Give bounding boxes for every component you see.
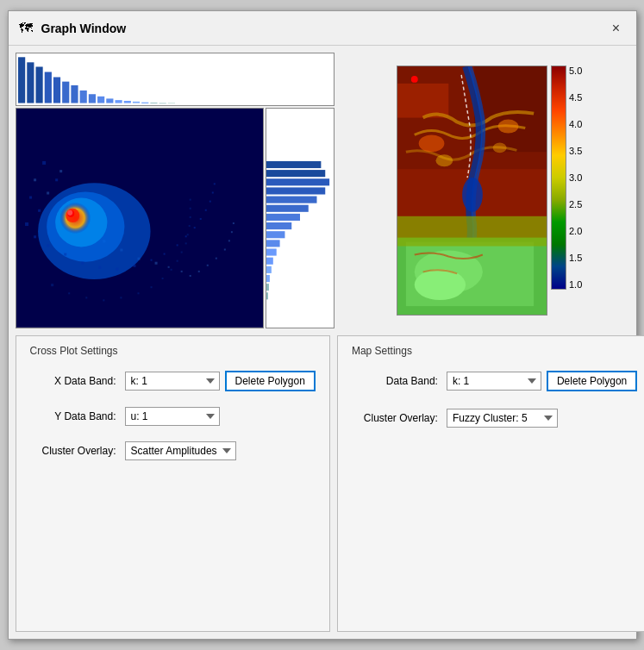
colorbar-label-4: 4.0 [569, 119, 582, 129]
svg-rect-37 [232, 222, 234, 224]
title-bar-left: 🗺 Graph Window [17, 20, 127, 37]
svg-rect-53 [81, 262, 84, 265]
cross-plot-main[interactable] [16, 108, 264, 328]
svg-rect-97 [266, 275, 270, 282]
close-button[interactable]: × [605, 17, 628, 40]
svg-rect-64 [209, 201, 210, 203]
svg-rect-13 [132, 102, 139, 103]
svg-rect-91 [266, 222, 291, 229]
colorbar-label-1: 1.0 [569, 279, 582, 290]
colorbar-label-5: 5.0 [569, 66, 582, 76]
map-cluster-overlay-row: Cluster Overlay: Fuzzy Cluster: 5 Scatte… [352, 409, 637, 428]
content-area: 5.0 4.5 4.0 3.5 3.0 2.5 2.0 1.5 1.0 [9, 46, 636, 639]
cross-plot-bottom-row [16, 108, 335, 328]
map-delete-polygon-button[interactable]: Delete Polygon [547, 371, 637, 391]
cluster-overlay-select[interactable]: Scatter Amplitudes Fuzzy Cluster: 5 [125, 441, 236, 460]
app-icon: 🗺 [17, 20, 34, 37]
svg-rect-50 [34, 235, 36, 238]
title-bar: 🗺 Graph Window × [9, 11, 636, 46]
svg-rect-67 [51, 284, 53, 286]
svg-rect-82 [189, 208, 191, 209]
svg-point-108 [415, 269, 466, 300]
svg-point-44 [67, 210, 72, 216]
svg-rect-93 [266, 240, 280, 247]
x-data-band-select[interactable]: k: 1 [125, 372, 220, 391]
svg-rect-109 [397, 216, 547, 247]
svg-rect-28 [167, 266, 169, 268]
svg-rect-72 [137, 292, 139, 294]
svg-rect-34 [223, 249, 225, 251]
svg-rect-79 [186, 234, 188, 235]
svg-point-111 [498, 120, 519, 134]
map-cluster-overlay-label: Cluster Overlay: [352, 412, 438, 424]
svg-rect-65 [211, 192, 213, 194]
svg-rect-85 [266, 170, 325, 177]
svg-rect-95 [266, 258, 273, 265]
colorbar-label-15: 1.5 [569, 253, 582, 263]
svg-rect-63 [204, 209, 206, 211]
svg-rect-55 [116, 268, 118, 271]
svg-point-113 [493, 142, 507, 153]
svg-rect-59 [176, 245, 178, 247]
svg-rect-71 [120, 297, 122, 298]
svg-rect-58 [163, 253, 165, 255]
svg-rect-66 [213, 183, 215, 184]
svg-rect-88 [266, 197, 317, 203]
svg-rect-70 [103, 300, 104, 302]
map-plot-container: 5.0 4.5 4.0 3.5 3.0 2.5 2.0 1.5 1.0 [345, 53, 629, 328]
colorbar: 5.0 4.5 4.0 3.5 3.0 2.5 2.0 1.5 1.0 [551, 66, 577, 316]
y-data-band-select[interactable]: u: 1 [125, 407, 220, 426]
svg-rect-6 [71, 85, 78, 103]
svg-rect-73 [150, 286, 152, 288]
svg-rect-83 [189, 199, 191, 201]
svg-rect-30 [189, 275, 191, 277]
x-data-band-control: k: 1 Delete Polygon [125, 371, 316, 391]
svg-rect-62 [199, 218, 201, 220]
svg-rect-17 [167, 103, 174, 104]
cross-plot-settings-panel: Cross Plot Settings X Data Band: k: 1 De… [16, 335, 330, 632]
svg-rect-33 [215, 258, 216, 259]
svg-rect-32 [206, 265, 208, 266]
svg-rect-99 [266, 292, 268, 299]
svg-rect-84 [266, 161, 321, 168]
svg-rect-89 [266, 205, 309, 212]
svg-rect-96 [266, 266, 272, 273]
svg-rect-75 [170, 269, 172, 271]
map-data-band-control: k: 1 Delete Polygon [447, 371, 637, 391]
y-data-band-label: Y Data Band: [30, 410, 116, 422]
svg-rect-52 [64, 253, 66, 256]
svg-rect-29 [180, 271, 182, 272]
map-data-band-row: Data Band: k: 1 Delete Polygon [352, 371, 637, 391]
x-delete-polygon-button[interactable]: Delete Polygon [225, 371, 316, 391]
svg-rect-69 [85, 297, 87, 298]
map-settings-title: Map Settings [352, 345, 637, 357]
cross-plot-settings-title: Cross Plot Settings [30, 345, 316, 357]
svg-rect-57 [150, 259, 152, 261]
svg-rect-80 [188, 225, 190, 227]
map-data-band-select[interactable]: k: 1 [447, 372, 541, 391]
svg-rect-16 [159, 103, 166, 104]
svg-rect-51 [47, 245, 49, 247]
svg-rect-86 [266, 178, 329, 185]
svg-rect-31 [197, 271, 199, 272]
cluster-overlay-row: Cluster Overlay: Scatter Amplitudes Fuzz… [30, 441, 316, 460]
svg-rect-35 [228, 240, 229, 241]
svg-rect-7 [79, 91, 86, 103]
svg-point-112 [435, 154, 453, 166]
svg-point-114 [411, 76, 418, 83]
svg-rect-56 [133, 265, 135, 267]
svg-rect-77 [180, 252, 182, 253]
svg-rect-46 [55, 178, 58, 181]
window-title: Graph Window [41, 22, 127, 35]
svg-rect-3 [44, 72, 51, 103]
svg-rect-76 [176, 260, 178, 262]
map-cluster-overlay-select[interactable]: Fuzzy Cluster: 5 Scatter Amplitudes [447, 409, 558, 428]
svg-rect-5 [62, 82, 69, 103]
svg-rect-60 [184, 235, 186, 237]
cross-plot-top-histogram [16, 53, 335, 106]
svg-rect-94 [266, 249, 277, 256]
svg-rect-87 [266, 188, 325, 195]
svg-rect-61 [193, 227, 195, 228]
colorbar-label-2: 2.0 [569, 226, 582, 236]
cross-plot-container [16, 53, 335, 328]
